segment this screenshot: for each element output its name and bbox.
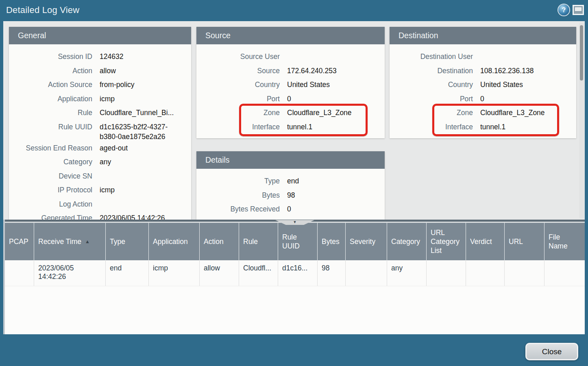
- field-label: Destination: [390, 64, 473, 76]
- column-header-rule-uuid[interactable]: Rule UUID: [278, 223, 318, 260]
- details-panel: DetailsTypeendBytes98Bytes Received0: [196, 151, 385, 220]
- field-value: d1c16235-b2f2-4327-b380-0ae1875e2a26: [100, 120, 191, 142]
- details-panel-title: Details: [196, 151, 385, 169]
- destination-row-interface: Interfacetunnel.1: [390, 120, 576, 135]
- column-header-url-category-list[interactable]: URL Category List: [427, 223, 466, 260]
- vertical-scrollbar-thumb[interactable]: [580, 25, 583, 81]
- field-value: any: [100, 155, 191, 167]
- column-header-label: Action: [204, 237, 224, 246]
- general-row-rule-uuid: Rule UUIDd1c16235-b2f2-4327-b380-0ae1875…: [9, 120, 191, 142]
- destination-panel: DestinationDestination UserDestination10…: [390, 27, 576, 138]
- destination-row-zone: ZoneCloudflare_L3_Zone: [390, 106, 576, 120]
- detailed-log-view-dialog: Detailed Log View ? GeneralSession ID124…: [0, 0, 588, 366]
- column-header-severity[interactable]: Severity: [346, 223, 387, 260]
- source-row-source: Source172.64.240.253: [196, 64, 385, 78]
- field-label: Port: [390, 92, 473, 104]
- field-value: tunnel.1: [480, 120, 576, 132]
- column-header-label: URL: [509, 237, 523, 246]
- field-value: aged-out: [100, 142, 191, 153]
- cell-file-name: [544, 260, 585, 286]
- field-label: Generated Time: [9, 211, 92, 220]
- field-value: 98: [287, 189, 385, 200]
- field-label: Port: [196, 92, 280, 104]
- field-label: Interface: [390, 120, 473, 132]
- cell-rule-uuid: d1c16...: [278, 260, 318, 286]
- field-value: icmp: [100, 183, 191, 195]
- field-value: [287, 50, 385, 52]
- column-header-label: Category: [391, 237, 420, 246]
- field-label: Session ID: [9, 50, 92, 61]
- cell-verdict: [466, 260, 505, 286]
- column-header-url[interactable]: URL: [505, 223, 544, 260]
- column-header-receive-time[interactable]: Receive Time▲: [34, 223, 106, 260]
- window-restore-icon[interactable]: [573, 5, 584, 15]
- close-button[interactable]: Close: [525, 343, 578, 360]
- field-label: Action: [9, 64, 92, 76]
- cell-category: any: [387, 260, 427, 286]
- column-header-type[interactable]: Type: [106, 223, 149, 260]
- field-value: from-policy: [100, 78, 191, 89]
- source-panel: SourceSource UserSource172.64.240.253Cou…: [196, 27, 385, 138]
- column-header-verdict[interactable]: Verdict: [466, 223, 505, 260]
- column-header-rule[interactable]: Rule: [239, 223, 278, 260]
- field-label: Source: [196, 64, 280, 76]
- field-value: end: [287, 174, 385, 186]
- general-row-device-sn: Device SN: [9, 170, 191, 184]
- details-panel-body: TypeendBytes98Bytes Received0: [196, 169, 385, 220]
- help-icon[interactable]: ?: [558, 4, 569, 15]
- field-value: 108.162.236.138: [480, 64, 576, 76]
- general-row-log-action: Log Action: [9, 198, 191, 212]
- column-header-label: Application: [153, 237, 188, 246]
- column-header-label: File Name: [549, 233, 581, 251]
- details-row-type: Typeend: [196, 174, 385, 189]
- vertical-scrollbar-track[interactable]: [579, 23, 584, 218]
- field-value: Cloudflare_L3_Zone: [287, 106, 385, 118]
- field-label: Source User: [196, 50, 280, 61]
- field-value: 0: [287, 92, 385, 104]
- field-label: IP Protocol: [9, 183, 92, 195]
- general-row-application: Applicationicmp: [9, 92, 191, 107]
- column-header-label: Type: [110, 237, 125, 246]
- general-row-session-id: Session ID124632: [9, 50, 191, 64]
- field-value: [480, 50, 576, 52]
- window-restore-icon-inner: [575, 7, 581, 11]
- cell-rule: Cloudfl...: [239, 260, 278, 286]
- column-header-label: Bytes: [322, 237, 340, 246]
- dialog-title: Detailed Log View: [6, 5, 79, 15]
- field-value: Cloudflare_Tunnel_Bi...: [100, 106, 191, 118]
- destination-row-port: Port0: [390, 92, 576, 107]
- destination-panel-title: Destination: [390, 27, 576, 44]
- cell-url-category-list: [427, 260, 466, 286]
- collapse-triangle-icon: ▼: [293, 220, 297, 224]
- field-label: Country: [390, 78, 473, 89]
- column-header-file-name[interactable]: File Name: [544, 223, 585, 260]
- general-panel-body: Session ID124632ActionallowAction Source…: [9, 44, 191, 220]
- column-header-label: PCAP: [9, 237, 28, 246]
- log-table-row[interactable]: 2023/06/05 14:42:26endicmpallowCloudfl..…: [5, 260, 585, 286]
- general-panel-title: General: [9, 27, 191, 44]
- field-label: Type: [196, 174, 280, 186]
- column-header-bytes[interactable]: Bytes: [318, 223, 346, 260]
- cell-bytes: 98: [318, 260, 346, 286]
- general-row-rule: RuleCloudflare_Tunnel_Bi...: [9, 106, 191, 120]
- general-panel: GeneralSession ID124632ActionallowAction…: [9, 27, 191, 220]
- destination-row-destination-user: Destination User: [390, 50, 576, 64]
- details-row-bytes: Bytes98: [196, 189, 385, 203]
- field-label: Interface: [196, 120, 280, 132]
- column-header-label: URL Category List: [431, 228, 462, 255]
- field-label: Application: [9, 92, 92, 104]
- column-header-application[interactable]: Application: [149, 223, 200, 260]
- help-icon-glyph: ?: [562, 7, 566, 14]
- column-header-action[interactable]: Action: [200, 223, 239, 260]
- field-label: Device SN: [9, 170, 92, 181]
- field-value: Cloudflare_L3_Zone: [480, 106, 576, 118]
- field-value: tunnel.1: [287, 120, 385, 132]
- destination-row-destination: Destination108.162.236.138: [390, 64, 576, 78]
- column-header-category[interactable]: Category: [387, 223, 427, 260]
- field-label: Bytes Received: [196, 203, 280, 214]
- column-header-pcap[interactable]: PCAP: [5, 223, 34, 260]
- source-panel-body: Source UserSource172.64.240.253CountryUn…: [196, 44, 385, 138]
- column-header-label: Severity: [350, 237, 375, 246]
- destination-row-country: CountryUnited States: [390, 78, 576, 92]
- field-label: Country: [196, 78, 280, 89]
